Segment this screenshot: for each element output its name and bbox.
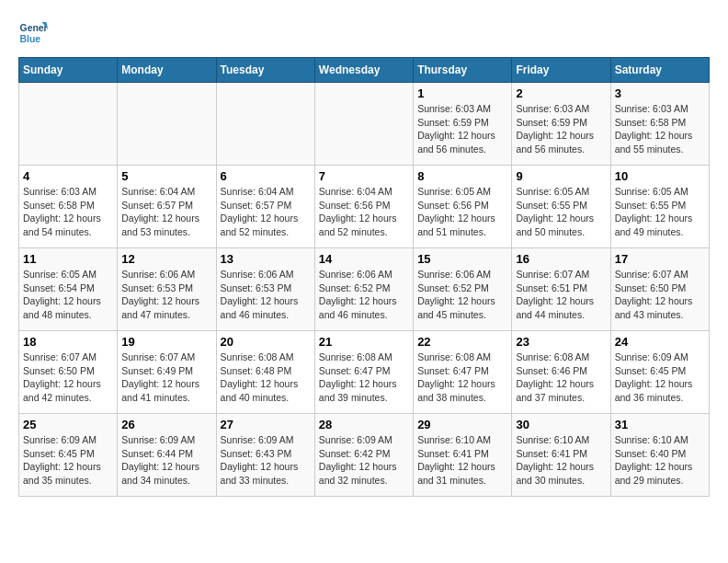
calendar-cell: 5Sunrise: 6:04 AMSunset: 6:57 PMDaylight…	[118, 166, 216, 248]
calendar-cell: 6Sunrise: 6:04 AMSunset: 6:57 PMDaylight…	[216, 166, 314, 248]
day-info: Sunrise: 6:04 AMSunset: 6:57 PMDaylight:…	[121, 185, 211, 239]
day-info: Sunrise: 6:05 AMSunset: 6:55 PMDaylight:…	[615, 185, 705, 239]
day-info: Sunrise: 6:05 AMSunset: 6:55 PMDaylight:…	[516, 185, 606, 239]
day-info: Sunrise: 6:10 AMSunset: 6:40 PMDaylight:…	[615, 433, 705, 488]
calendar-cell: 15Sunrise: 6:06 AMSunset: 6:52 PMDayligh…	[414, 248, 512, 331]
day-number: 31	[615, 418, 705, 431]
calendar-cell: 28Sunrise: 6:09 AMSunset: 6:42 PMDayligh…	[314, 414, 413, 497]
day-info: Sunrise: 6:09 AMSunset: 6:43 PMDaylight:…	[221, 433, 311, 488]
day-info: Sunrise: 6:10 AMSunset: 6:41 PMDaylight:…	[516, 433, 606, 488]
calendar-week-row: 4Sunrise: 6:03 AMSunset: 6:58 PMDaylight…	[19, 166, 710, 248]
day-number: 26	[121, 418, 211, 431]
day-number: 20	[221, 335, 311, 349]
day-number: 2	[516, 86, 606, 100]
weekday-header-thursday: Thursday	[414, 58, 512, 83]
day-number: 19	[121, 335, 211, 349]
calendar-cell: 19Sunrise: 6:07 AMSunset: 6:49 PMDayligh…	[118, 331, 216, 414]
weekday-header-row: SundayMondayTuesdayWednesdayThursdayFrid…	[19, 58, 710, 83]
logo: General Blue	[18, 18, 48, 48]
day-info: Sunrise: 6:07 AMSunset: 6:50 PMDaylight:…	[615, 268, 705, 322]
day-number: 21	[319, 335, 409, 349]
day-number: 25	[23, 418, 113, 431]
day-info: Sunrise: 6:09 AMSunset: 6:45 PMDaylight:…	[23, 433, 113, 488]
calendar-cell: 18Sunrise: 6:07 AMSunset: 6:50 PMDayligh…	[19, 331, 118, 414]
day-number: 29	[417, 418, 507, 431]
day-number: 30	[516, 418, 606, 431]
day-info: Sunrise: 6:08 AMSunset: 6:48 PMDaylight:…	[221, 350, 311, 405]
calendar-cell	[118, 83, 216, 166]
calendar-cell: 10Sunrise: 6:05 AMSunset: 6:55 PMDayligh…	[610, 166, 709, 248]
day-info: Sunrise: 6:08 AMSunset: 6:46 PMDaylight:…	[516, 350, 606, 405]
calendar-cell: 27Sunrise: 6:09 AMSunset: 6:43 PMDayligh…	[216, 414, 314, 497]
calendar-header: SundayMondayTuesdayWednesdayThursdayFrid…	[19, 58, 710, 83]
calendar-cell: 4Sunrise: 6:03 AMSunset: 6:58 PMDaylight…	[19, 166, 118, 248]
calendar-cell: 23Sunrise: 6:08 AMSunset: 6:46 PMDayligh…	[512, 331, 610, 414]
day-info: Sunrise: 6:05 AMSunset: 6:56 PMDaylight:…	[417, 185, 507, 239]
calendar-cell	[314, 83, 413, 166]
calendar-cell: 29Sunrise: 6:10 AMSunset: 6:41 PMDayligh…	[414, 414, 512, 497]
weekday-header-saturday: Saturday	[610, 58, 709, 83]
day-number: 22	[417, 335, 507, 349]
day-info: Sunrise: 6:06 AMSunset: 6:53 PMDaylight:…	[121, 268, 211, 322]
day-number: 16	[516, 252, 606, 266]
day-number: 3	[615, 86, 705, 100]
day-info: Sunrise: 6:03 AMSunset: 6:59 PMDaylight:…	[417, 102, 507, 156]
day-number: 6	[221, 169, 311, 183]
calendar-body: 1Sunrise: 6:03 AMSunset: 6:59 PMDaylight…	[19, 83, 710, 497]
day-info: Sunrise: 6:03 AMSunset: 6:58 PMDaylight:…	[615, 102, 705, 156]
calendar-cell	[19, 83, 118, 166]
calendar-cell: 30Sunrise: 6:10 AMSunset: 6:41 PMDayligh…	[512, 414, 610, 497]
day-number: 18	[23, 335, 113, 349]
day-number: 27	[221, 418, 311, 431]
svg-text:Blue: Blue	[20, 34, 41, 44]
day-number: 8	[417, 169, 507, 183]
day-number: 17	[615, 252, 705, 266]
day-info: Sunrise: 6:06 AMSunset: 6:52 PMDaylight:…	[319, 268, 409, 322]
calendar-cell: 26Sunrise: 6:09 AMSunset: 6:44 PMDayligh…	[118, 414, 216, 497]
day-number: 9	[516, 169, 606, 183]
weekday-header-sunday: Sunday	[19, 58, 118, 83]
day-number: 12	[121, 252, 211, 266]
svg-text:General: General	[20, 23, 48, 33]
calendar-week-row: 1Sunrise: 6:03 AMSunset: 6:59 PMDaylight…	[19, 83, 710, 166]
calendar-cell: 7Sunrise: 6:04 AMSunset: 6:56 PMDaylight…	[314, 166, 413, 248]
calendar-cell: 17Sunrise: 6:07 AMSunset: 6:50 PMDayligh…	[610, 248, 709, 331]
day-number: 23	[516, 335, 606, 349]
day-number: 5	[121, 169, 211, 183]
calendar-cell: 13Sunrise: 6:06 AMSunset: 6:53 PMDayligh…	[216, 248, 314, 331]
calendar-cell: 16Sunrise: 6:07 AMSunset: 6:51 PMDayligh…	[512, 248, 610, 331]
day-info: Sunrise: 6:09 AMSunset: 6:42 PMDaylight:…	[319, 433, 409, 488]
day-info: Sunrise: 6:07 AMSunset: 6:51 PMDaylight:…	[516, 268, 606, 322]
weekday-header-monday: Monday	[118, 58, 216, 83]
calendar-cell: 14Sunrise: 6:06 AMSunset: 6:52 PMDayligh…	[314, 248, 413, 331]
calendar-week-row: 11Sunrise: 6:05 AMSunset: 6:54 PMDayligh…	[19, 248, 710, 331]
day-info: Sunrise: 6:03 AMSunset: 6:58 PMDaylight:…	[23, 185, 113, 239]
day-info: Sunrise: 6:07 AMSunset: 6:50 PMDaylight:…	[23, 350, 113, 405]
calendar-week-row: 25Sunrise: 6:09 AMSunset: 6:45 PMDayligh…	[19, 414, 710, 497]
day-info: Sunrise: 6:08 AMSunset: 6:47 PMDaylight:…	[319, 350, 409, 405]
page-header: General Blue	[18, 18, 710, 48]
calendar-cell: 20Sunrise: 6:08 AMSunset: 6:48 PMDayligh…	[216, 331, 314, 414]
day-info: Sunrise: 6:04 AMSunset: 6:57 PMDaylight:…	[221, 185, 311, 239]
day-number: 24	[615, 335, 705, 349]
weekday-header-tuesday: Tuesday	[216, 58, 314, 83]
calendar-cell: 12Sunrise: 6:06 AMSunset: 6:53 PMDayligh…	[118, 248, 216, 331]
calendar-cell	[216, 83, 314, 166]
day-info: Sunrise: 6:09 AMSunset: 6:44 PMDaylight:…	[121, 433, 211, 488]
calendar-cell: 9Sunrise: 6:05 AMSunset: 6:55 PMDaylight…	[512, 166, 610, 248]
day-number: 4	[23, 169, 113, 183]
day-info: Sunrise: 6:09 AMSunset: 6:45 PMDaylight:…	[615, 350, 705, 405]
day-number: 13	[221, 252, 311, 266]
day-number: 14	[319, 252, 409, 266]
day-info: Sunrise: 6:06 AMSunset: 6:52 PMDaylight:…	[417, 268, 507, 322]
calendar-cell: 2Sunrise: 6:03 AMSunset: 6:59 PMDaylight…	[512, 83, 610, 166]
day-info: Sunrise: 6:06 AMSunset: 6:53 PMDaylight:…	[221, 268, 311, 322]
calendar-cell: 1Sunrise: 6:03 AMSunset: 6:59 PMDaylight…	[414, 83, 512, 166]
calendar-cell: 24Sunrise: 6:09 AMSunset: 6:45 PMDayligh…	[610, 331, 709, 414]
logo-icon: General Blue	[18, 18, 48, 48]
day-info: Sunrise: 6:08 AMSunset: 6:47 PMDaylight:…	[417, 350, 507, 405]
weekday-header-friday: Friday	[512, 58, 610, 83]
day-info: Sunrise: 6:04 AMSunset: 6:56 PMDaylight:…	[319, 185, 409, 239]
day-number: 7	[319, 169, 409, 183]
calendar-cell: 22Sunrise: 6:08 AMSunset: 6:47 PMDayligh…	[414, 331, 512, 414]
